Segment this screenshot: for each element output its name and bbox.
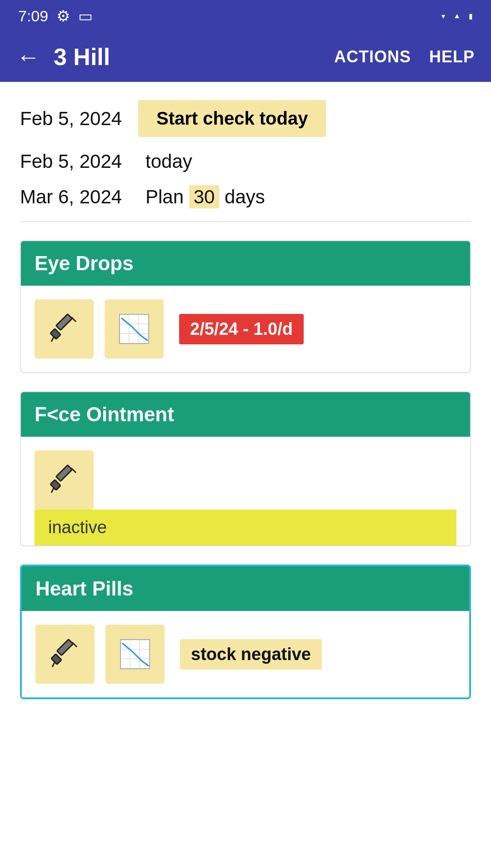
date-row-1: Feb 5, 2024 Start check today: [20, 100, 471, 137]
svg-line-11: [51, 487, 54, 493]
face-ointment-edit-button[interactable]: [35, 450, 94, 510]
plan-days: 30: [189, 185, 220, 208]
status-bar-right: ▾ ▲ ▮: [441, 12, 473, 20]
chart-icon-2: [119, 638, 151, 671]
face-ointment-header: F<ce Ointment: [21, 392, 470, 437]
main-content: Feb 5, 2024 Start check today Feb 5, 202…: [0, 82, 491, 699]
svg-rect-12: [56, 465, 72, 481]
inactive-banner: inactive: [35, 510, 456, 545]
heart-pills-card: Heart Pills: [20, 565, 471, 699]
wifi-icon: ▾: [441, 12, 445, 20]
divider: [20, 222, 471, 222]
heart-pills-edit-button[interactable]: [35, 625, 95, 684]
clipboard-icon: ▭: [78, 7, 93, 25]
heart-pills-header: Heart Pills: [22, 566, 469, 611]
page-title: 3 Hill: [54, 43, 334, 71]
heart-pills-body: stock negative: [22, 611, 469, 697]
gear-icon: ⚙: [56, 7, 70, 25]
eye-drops-edit-button[interactable]: [35, 299, 94, 358]
date-1: Feb 5, 2024: [20, 108, 138, 130]
status-time: 7:09: [18, 7, 48, 25]
date-row-2: Feb 5, 2024 today: [20, 151, 471, 172]
date-2: Feb 5, 2024: [20, 151, 138, 172]
eye-drops-icons: 2/5/24 - 1.0/d: [35, 299, 456, 358]
date-3: Mar 6, 2024: [20, 186, 138, 208]
back-button[interactable]: ←: [16, 43, 40, 71]
plan-label: Plan 30 days: [145, 186, 265, 208]
svg-rect-0: [50, 329, 61, 339]
heart-pills-icons: stock negative: [35, 625, 456, 684]
help-button[interactable]: HELP: [429, 47, 475, 66]
status-bar: 7:09 ⚙ ▭ ▾ ▲ ▮: [0, 0, 491, 32]
chart-icon: [118, 313, 150, 345]
pencil-icon: [48, 313, 80, 345]
svg-rect-3: [56, 314, 72, 330]
face-ointment-icons: [35, 450, 456, 510]
eye-drops-status-badge: 2/5/24 - 1.0/d: [179, 314, 304, 344]
svg-rect-16: [57, 639, 73, 655]
app-bar: ← 3 Hill ACTIONS HELP: [0, 32, 491, 82]
heart-pills-chart-button[interactable]: [105, 625, 165, 684]
eye-drops-card: Eye Drops: [20, 240, 471, 373]
today-label: today: [145, 151, 192, 172]
date-row-3: Mar 6, 2024 Plan 30 days: [20, 186, 471, 208]
heart-pills-status-badge: stock negative: [180, 639, 322, 670]
face-ointment-card: F<ce Ointment inactive: [20, 391, 471, 546]
face-ointment-body: inactive: [21, 437, 470, 545]
start-check-button[interactable]: Start check today: [138, 100, 326, 137]
pencil-icon-2: [48, 464, 80, 496]
eye-drops-chart-button[interactable]: [105, 299, 164, 358]
pencil-icon-3: [49, 638, 81, 671]
face-ointment-title: F<ce Ointment: [35, 403, 174, 425]
svg-line-15: [52, 661, 55, 667]
svg-rect-9: [50, 480, 61, 490]
heart-pills-title: Heart Pills: [35, 577, 133, 600]
svg-rect-13: [51, 654, 62, 665]
eye-drops-body: 2/5/24 - 1.0/d: [21, 286, 470, 372]
svg-line-2: [51, 336, 54, 342]
eye-drops-header: Eye Drops: [21, 241, 470, 286]
actions-button[interactable]: ACTIONS: [334, 47, 411, 66]
signal-icon: ▲: [453, 12, 461, 20]
app-bar-actions: ACTIONS HELP: [334, 47, 475, 66]
status-bar-left: 7:09 ⚙ ▭: [18, 7, 93, 25]
eye-drops-title: Eye Drops: [35, 252, 134, 274]
battery-icon: ▮: [469, 12, 473, 20]
